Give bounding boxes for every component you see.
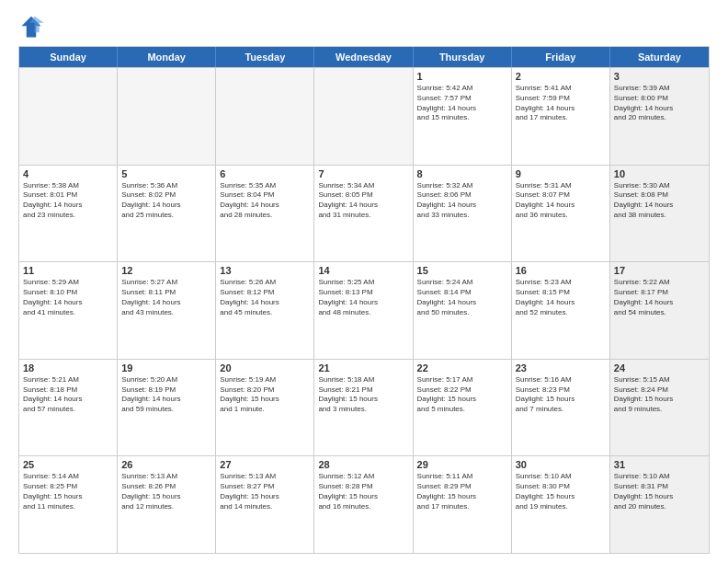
day-cell-29: 29Sunrise: 5:11 AM Sunset: 8:29 PM Dayli… — [414, 456, 512, 553]
day-number: 30 — [516, 459, 606, 470]
day-info: Sunrise: 5:13 AM Sunset: 8:27 PM Dayligh… — [220, 472, 310, 511]
day-number: 13 — [220, 265, 310, 276]
header — [18, 15, 710, 40]
day-cell-14: 14Sunrise: 5:25 AM Sunset: 8:13 PM Dayli… — [314, 262, 413, 359]
week-row-1: 1Sunrise: 5:42 AM Sunset: 7:57 PM Daylig… — [19, 67, 709, 165]
day-number: 10 — [614, 168, 705, 179]
day-cell-17: 17Sunrise: 5:22 AM Sunset: 8:17 PM Dayli… — [610, 262, 709, 359]
day-info: Sunrise: 5:39 AM Sunset: 8:00 PM Dayligh… — [614, 84, 705, 123]
day-number: 17 — [614, 265, 705, 276]
day-info: Sunrise: 5:36 AM Sunset: 8:02 PM Dayligh… — [121, 181, 211, 221]
day-cell-26: 26Sunrise: 5:13 AM Sunset: 8:26 PM Dayli… — [118, 456, 216, 553]
day-cell-24: 24Sunrise: 5:15 AM Sunset: 8:24 PM Dayli… — [610, 360, 709, 456]
day-info: Sunrise: 5:29 AM Sunset: 8:10 PM Dayligh… — [23, 278, 113, 317]
day-cell-empty-0-1 — [118, 68, 216, 165]
day-header-saturday: Saturday — [610, 47, 709, 67]
day-cell-27: 27Sunrise: 5:13 AM Sunset: 8:27 PM Dayli… — [216, 456, 314, 553]
day-number: 20 — [220, 362, 310, 373]
day-number: 3 — [614, 71, 705, 82]
day-number: 31 — [614, 459, 705, 470]
day-header-monday: Monday — [118, 47, 216, 67]
calendar-body: 1Sunrise: 5:42 AM Sunset: 7:57 PM Daylig… — [19, 67, 709, 553]
day-number: 28 — [318, 459, 408, 470]
day-cell-8: 8Sunrise: 5:32 AM Sunset: 8:06 PM Daylig… — [414, 166, 512, 262]
day-info: Sunrise: 5:34 AM Sunset: 8:05 PM Dayligh… — [318, 181, 408, 221]
day-info: Sunrise: 5:10 AM Sunset: 8:31 PM Dayligh… — [614, 472, 705, 511]
day-cell-31: 31Sunrise: 5:10 AM Sunset: 8:31 PM Dayli… — [610, 456, 709, 553]
day-number: 1 — [417, 71, 507, 82]
day-info: Sunrise: 5:24 AM Sunset: 8:14 PM Dayligh… — [417, 278, 507, 317]
day-number: 12 — [121, 265, 211, 276]
day-number: 26 — [121, 459, 211, 470]
day-info: Sunrise: 5:21 AM Sunset: 8:18 PM Dayligh… — [23, 375, 113, 415]
day-cell-11: 11Sunrise: 5:29 AM Sunset: 8:10 PM Dayli… — [19, 262, 118, 359]
day-number: 14 — [318, 265, 408, 276]
day-cell-1: 1Sunrise: 5:42 AM Sunset: 7:57 PM Daylig… — [414, 68, 512, 165]
page: SundayMondayTuesdayWednesdayThursdayFrid… — [0, 0, 728, 563]
day-number: 2 — [516, 71, 606, 82]
day-cell-13: 13Sunrise: 5:26 AM Sunset: 8:12 PM Dayli… — [216, 262, 314, 359]
day-number: 25 — [23, 459, 113, 470]
day-cell-22: 22Sunrise: 5:17 AM Sunset: 8:22 PM Dayli… — [414, 360, 512, 456]
day-info: Sunrise: 5:25 AM Sunset: 8:13 PM Dayligh… — [318, 278, 408, 317]
day-info: Sunrise: 5:35 AM Sunset: 8:04 PM Dayligh… — [220, 181, 310, 221]
day-header-friday: Friday — [512, 47, 610, 67]
day-info: Sunrise: 5:27 AM Sunset: 8:11 PM Dayligh… — [121, 278, 211, 317]
day-number: 7 — [318, 168, 408, 179]
day-number: 27 — [220, 459, 310, 470]
day-info: Sunrise: 5:41 AM Sunset: 7:59 PM Dayligh… — [516, 84, 606, 123]
day-cell-empty-0-3 — [314, 68, 413, 165]
day-info: Sunrise: 5:17 AM Sunset: 8:22 PM Dayligh… — [417, 375, 507, 415]
day-info: Sunrise: 5:12 AM Sunset: 8:28 PM Dayligh… — [318, 472, 408, 511]
day-number: 16 — [516, 265, 606, 276]
day-number: 9 — [516, 168, 606, 179]
day-info: Sunrise: 5:15 AM Sunset: 8:24 PM Dayligh… — [614, 375, 705, 415]
day-cell-28: 28Sunrise: 5:12 AM Sunset: 8:28 PM Dayli… — [314, 456, 413, 553]
day-cell-empty-0-0 — [19, 68, 118, 165]
day-cell-20: 20Sunrise: 5:19 AM Sunset: 8:20 PM Dayli… — [216, 360, 314, 456]
day-number: 11 — [23, 265, 113, 276]
day-number: 4 — [23, 168, 113, 179]
day-cell-empty-0-2 — [216, 68, 314, 165]
day-cell-16: 16Sunrise: 5:23 AM Sunset: 8:15 PM Dayli… — [512, 262, 610, 359]
day-header-tuesday: Tuesday — [216, 47, 314, 67]
day-cell-30: 30Sunrise: 5:10 AM Sunset: 8:30 PM Dayli… — [512, 456, 610, 553]
day-number: 18 — [23, 362, 113, 373]
day-cell-3: 3Sunrise: 5:39 AM Sunset: 8:00 PM Daylig… — [610, 68, 709, 165]
day-info: Sunrise: 5:32 AM Sunset: 8:06 PM Dayligh… — [417, 181, 507, 221]
day-cell-7: 7Sunrise: 5:34 AM Sunset: 8:05 PM Daylig… — [314, 166, 413, 262]
day-number: 15 — [417, 265, 507, 276]
day-cell-9: 9Sunrise: 5:31 AM Sunset: 8:07 PM Daylig… — [512, 166, 610, 262]
day-info: Sunrise: 5:14 AM Sunset: 8:25 PM Dayligh… — [23, 472, 113, 511]
day-info: Sunrise: 5:20 AM Sunset: 8:19 PM Dayligh… — [121, 375, 211, 415]
week-row-2: 4Sunrise: 5:38 AM Sunset: 8:01 PM Daylig… — [19, 165, 709, 262]
week-row-3: 11Sunrise: 5:29 AM Sunset: 8:10 PM Dayli… — [19, 261, 709, 359]
day-number: 22 — [417, 362, 507, 373]
day-cell-21: 21Sunrise: 5:18 AM Sunset: 8:21 PM Dayli… — [314, 360, 413, 456]
day-info: Sunrise: 5:19 AM Sunset: 8:20 PM Dayligh… — [220, 375, 310, 415]
day-info: Sunrise: 5:30 AM Sunset: 8:08 PM Dayligh… — [614, 181, 705, 221]
day-info: Sunrise: 5:11 AM Sunset: 8:29 PM Dayligh… — [417, 472, 507, 511]
day-info: Sunrise: 5:18 AM Sunset: 8:21 PM Dayligh… — [318, 375, 408, 415]
day-cell-4: 4Sunrise: 5:38 AM Sunset: 8:01 PM Daylig… — [19, 166, 118, 262]
day-number: 19 — [121, 362, 211, 373]
day-cell-2: 2Sunrise: 5:41 AM Sunset: 7:59 PM Daylig… — [512, 68, 610, 165]
day-info: Sunrise: 5:42 AM Sunset: 7:57 PM Dayligh… — [417, 84, 507, 123]
day-cell-15: 15Sunrise: 5:24 AM Sunset: 8:14 PM Dayli… — [414, 262, 512, 359]
day-number: 21 — [318, 362, 408, 373]
day-cell-5: 5Sunrise: 5:36 AM Sunset: 8:02 PM Daylig… — [118, 166, 216, 262]
day-info: Sunrise: 5:26 AM Sunset: 8:12 PM Dayligh… — [220, 278, 310, 317]
week-row-5: 25Sunrise: 5:14 AM Sunset: 8:25 PM Dayli… — [19, 455, 709, 553]
day-header-sunday: Sunday — [19, 47, 118, 67]
day-cell-18: 18Sunrise: 5:21 AM Sunset: 8:18 PM Dayli… — [19, 360, 118, 456]
day-number: 24 — [614, 362, 705, 373]
day-number: 5 — [121, 168, 211, 179]
day-headers: SundayMondayTuesdayWednesdayThursdayFrid… — [19, 47, 709, 67]
day-info: Sunrise: 5:22 AM Sunset: 8:17 PM Dayligh… — [614, 278, 705, 317]
day-info: Sunrise: 5:13 AM Sunset: 8:26 PM Dayligh… — [121, 472, 211, 511]
day-number: 23 — [516, 362, 606, 373]
logo-icon — [18, 15, 44, 40]
day-cell-19: 19Sunrise: 5:20 AM Sunset: 8:19 PM Dayli… — [118, 360, 216, 456]
day-info: Sunrise: 5:16 AM Sunset: 8:23 PM Dayligh… — [516, 375, 606, 415]
week-row-4: 18Sunrise: 5:21 AM Sunset: 8:18 PM Dayli… — [19, 359, 709, 456]
